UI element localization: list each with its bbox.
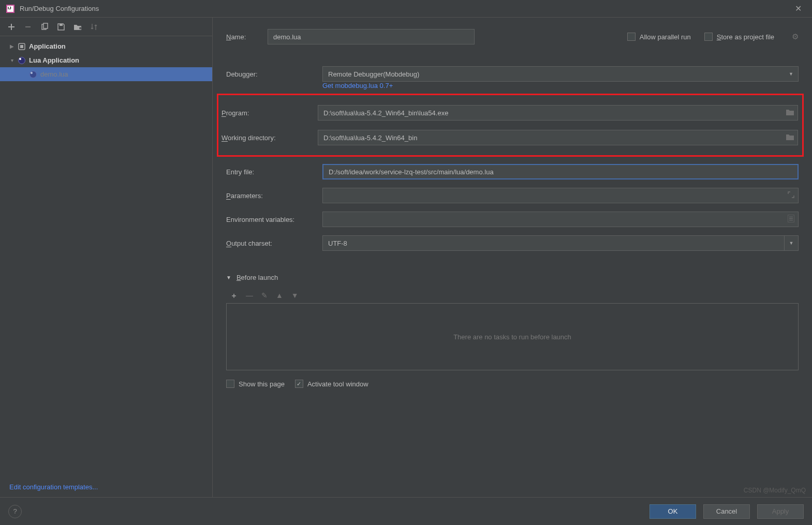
program-label: Program: xyxy=(222,109,318,117)
remove-config-button[interactable] xyxy=(24,23,32,31)
name-input[interactable] xyxy=(268,29,475,44)
ok-button[interactable]: OK xyxy=(649,504,696,519)
save-config-button[interactable] xyxy=(57,23,65,31)
charset-dropdown-button[interactable]: ▼ xyxy=(784,235,799,251)
before-launch-title: Before launch xyxy=(237,274,278,281)
mobdebug-link[interactable]: Get mobdebug.lua 0.7+ xyxy=(322,82,799,89)
checkbox-label: Show this page xyxy=(239,380,285,388)
tree-label: Application xyxy=(29,42,66,50)
activate-tool-checkbox[interactable]: ✓Activate tool window xyxy=(295,380,368,388)
move-down-button[interactable]: ▼ xyxy=(291,291,299,301)
debugger-select[interactable]: Remote Debugger(Mobdebug) ▼ xyxy=(322,66,799,82)
name-label: Name: xyxy=(226,33,268,41)
workdir-input[interactable] xyxy=(318,130,798,145)
tree-item-application[interactable]: ▶ Application xyxy=(0,39,212,53)
program-input[interactable] xyxy=(318,105,798,121)
close-icon[interactable]: ✕ xyxy=(791,2,806,16)
window-title: Run/Debug Configurations xyxy=(20,5,99,12)
move-up-button[interactable]: ▲ xyxy=(276,291,283,301)
tree-item-demo-lua[interactable]: demo.lua xyxy=(0,67,212,81)
env-vars-label: Environment variables: xyxy=(226,216,322,223)
browse-folder-icon[interactable] xyxy=(786,109,794,117)
watermark-text: CSDN @Modify_QmQ xyxy=(744,487,806,494)
left-panel: ▶ Application ▾ Lua Application demo.lua… xyxy=(0,18,213,497)
tree-label: demo.lua xyxy=(40,70,68,78)
charset-label: Output charset: xyxy=(226,239,322,247)
add-task-button[interactable]: ＋ xyxy=(230,291,238,301)
charset-value: UTF-8 xyxy=(328,239,347,247)
checkbox-label: Activate tool window xyxy=(307,380,368,388)
allow-parallel-checkbox[interactable]: Allow parallel run xyxy=(627,33,691,41)
app-icon xyxy=(6,5,14,13)
remove-task-button[interactable]: — xyxy=(246,291,253,301)
list-icon[interactable] xyxy=(788,215,794,224)
expand-icon[interactable] xyxy=(788,191,794,200)
edit-templates-link[interactable]: Edit configuration templates... xyxy=(9,483,98,491)
sort-config-button[interactable] xyxy=(90,23,98,31)
application-icon xyxy=(18,42,26,51)
svg-rect-1 xyxy=(43,23,48,28)
tree-item-lua-application[interactable]: ▾ Lua Application xyxy=(0,53,212,67)
highlight-box: Program: Working directory: xyxy=(217,94,804,157)
workdir-label: Working directory: xyxy=(222,134,318,142)
before-launch-header[interactable]: ▼ Before launch xyxy=(226,274,799,281)
button-bar: ? OK Cancel Apply xyxy=(0,497,812,525)
debugger-value: Remote Debugger(Mobdebug) xyxy=(322,66,799,82)
svg-rect-4 xyxy=(20,45,23,48)
cancel-button[interactable]: Cancel xyxy=(703,504,750,519)
lua-icon xyxy=(29,70,37,79)
tree-label: Lua Application xyxy=(29,56,79,64)
config-tree: ▶ Application ▾ Lua Application demo.lua xyxy=(0,36,212,477)
store-project-checkbox[interactable]: Store as project file xyxy=(704,33,774,41)
parameters-label: Parameters: xyxy=(226,192,322,200)
titlebar: Run/Debug Configurations ✕ xyxy=(0,0,812,18)
copy-config-button[interactable] xyxy=(40,23,49,31)
task-list: There are no tasks to run before launch xyxy=(226,303,799,370)
browse-folder-icon[interactable] xyxy=(786,133,794,142)
chevron-down-icon: ▼ xyxy=(226,275,231,280)
apply-button[interactable]: Apply xyxy=(757,504,804,519)
entry-file-label: Entry file: xyxy=(226,168,322,176)
show-page-checkbox[interactable]: Show this page xyxy=(226,380,285,388)
empty-tasks-text: There are no tasks to run before launch xyxy=(453,333,571,341)
add-config-button[interactable] xyxy=(7,23,16,31)
folder-config-button[interactable] xyxy=(73,23,82,31)
help-button[interactable]: ? xyxy=(8,505,22,518)
lua-icon xyxy=(18,56,26,65)
checkbox-label: Store as project file xyxy=(717,33,774,41)
chevron-right-icon: ▶ xyxy=(8,43,16,49)
checkbox-label: Allow parallel run xyxy=(640,33,691,41)
charset-select[interactable]: UTF-8 xyxy=(322,235,784,251)
gear-icon[interactable]: ⚙ xyxy=(792,32,799,41)
config-form: Name: Allow parallel run Store as projec… xyxy=(213,18,812,497)
chevron-down-icon: ▾ xyxy=(8,57,16,63)
svg-rect-2 xyxy=(60,24,63,26)
edit-task-button[interactable]: ✎ xyxy=(261,291,268,301)
parameters-input[interactable] xyxy=(322,188,799,203)
env-vars-input[interactable] xyxy=(322,212,799,227)
entry-file-input[interactable] xyxy=(322,164,799,179)
before-launch-toolbar: ＋ — ✎ ▲ ▼ xyxy=(226,289,799,303)
debugger-label: Debugger: xyxy=(226,70,322,78)
config-toolbar xyxy=(0,18,212,36)
